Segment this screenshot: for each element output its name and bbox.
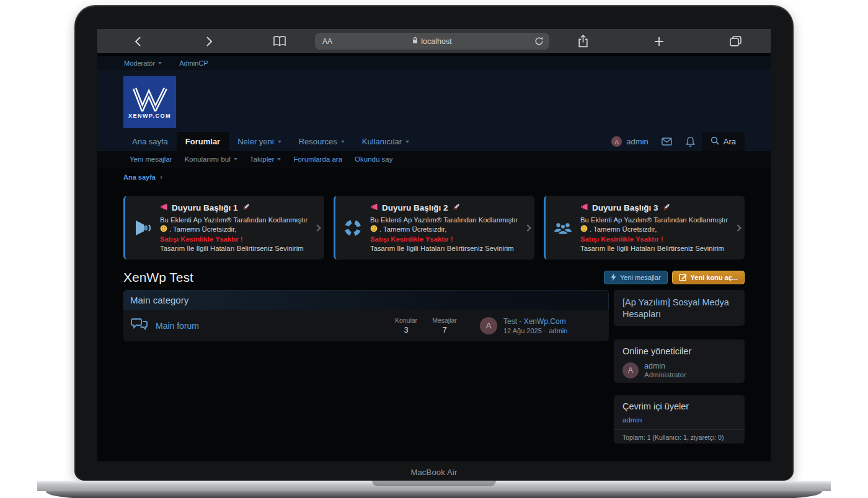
- page-title: XenWp Test: [123, 270, 193, 285]
- latest-post-info: A Test - XenWp.Com 12 Ağu 2025 · admin: [480, 317, 601, 334]
- new-topic-button[interactable]: Yeni konu aç...: [672, 271, 745, 284]
- moderator-menu[interactable]: Moderatör: [124, 59, 162, 67]
- smiley-emoji: [370, 225, 378, 235]
- subnav-new-posts[interactable]: Yeni mesajlar: [123, 155, 179, 163]
- laptop-lid-notch: [372, 481, 496, 486]
- forum-name-link[interactable]: Main forum: [156, 321, 199, 331]
- reload-icon[interactable]: [534, 37, 544, 48]
- bookmarks-icon[interactable]: [273, 35, 286, 47]
- subnav-find-threads[interactable]: Konularımı bul: [179, 155, 244, 163]
- url-text: localhost: [421, 37, 451, 46]
- staff-user-role: Administrator: [644, 371, 686, 378]
- browser-window: AA localhost: [97, 29, 771, 461]
- new-posts-button[interactable]: Yeni mesajlar: [604, 271, 668, 284]
- tab-resources[interactable]: Resources: [290, 132, 353, 151]
- online-user-link[interactable]: admin: [614, 411, 745, 429]
- chevron-right-icon: [311, 225, 324, 230]
- latest-post-date: 12 Ağu 2025: [503, 327, 542, 334]
- chevron-down-icon: [405, 141, 409, 143]
- nav-right-tools: A admin Ara: [605, 132, 745, 151]
- alerts-bell-icon[interactable]: [679, 132, 702, 151]
- admincp-link[interactable]: AdminCP: [179, 59, 208, 67]
- share-icon[interactable]: [578, 35, 588, 48]
- chevron-down-icon: [341, 141, 345, 143]
- users-icon: [546, 221, 580, 235]
- subnav-mark-read[interactable]: Okundu say: [348, 155, 399, 163]
- forum-list: Main category Main forum: [123, 290, 609, 341]
- announcement-card-3[interactable]: Duyuru Başlığı 3 Bu Eklenti Ap Yazılım® …: [544, 196, 745, 260]
- subnav-search-forums[interactable]: Forumlarda ara: [287, 155, 348, 163]
- laptop-frame: AA localhost: [74, 5, 794, 481]
- announcement-title: Duyuru Başlığı 1: [172, 203, 238, 212]
- staff-widget-title: Online yöneticiler: [622, 346, 736, 356]
- lock-icon: [412, 37, 418, 46]
- announcement-line2: . Tamemn Ücretsizdir,: [590, 225, 657, 234]
- announcement-line1: Bu Eklenti Ap Yazılım® Tarafından Kodlan…: [370, 216, 521, 225]
- tab-home-label: Ana sayfa: [132, 137, 168, 146]
- search-button[interactable]: Ara: [702, 132, 745, 151]
- sidebar-staff-online-widget: Online yöneticiler A admin Administrator: [614, 339, 745, 383]
- social-widget-title-link[interactable]: [Ap Yazılım] Sosyal Medya Hesapları: [622, 297, 736, 320]
- tab-members-label: Kullanıcılar: [362, 137, 402, 146]
- device-label: MacBook Air: [74, 468, 794, 477]
- address-bar[interactable]: AA localhost: [315, 33, 549, 50]
- topics-stat-label: Konular: [387, 317, 425, 324]
- announcement-warning: Satışı Kesinlikle Ysaktır !: [370, 235, 521, 244]
- username-label: admin: [626, 137, 648, 146]
- latest-post-user-link[interactable]: admin: [549, 327, 567, 334]
- announcement-line2: . Tamemn Ücretsizdir,: [169, 225, 236, 234]
- site-header: XENWP.COM: [97, 70, 771, 132]
- announcement-line3: Tasarım İle İlgili Hataları Belirtirseni…: [160, 244, 311, 253]
- account-menu[interactable]: A admin: [605, 132, 654, 151]
- announcement-title: Duyuru Başlığı 3: [592, 203, 658, 212]
- sidebar-members-online-widget: Çevrim içi üyeler admin Toplam: 1 (Kulla…: [614, 395, 745, 443]
- tab-resources-label: Resources: [299, 137, 337, 146]
- staff-user-link[interactable]: admin: [644, 362, 686, 370]
- subnav-mark-read-label: Okundu say: [355, 155, 392, 163]
- forum-node-row[interactable]: Main forum Konular 3 Mesajlar 7: [123, 310, 609, 341]
- new-tab-icon[interactable]: [654, 37, 664, 46]
- avatar[interactable]: A: [622, 362, 639, 378]
- new-posts-button-label: Yeni mesajlar: [620, 274, 661, 281]
- messages-stat-value: 7: [425, 325, 464, 334]
- lightning-bolt-icon: [611, 273, 616, 282]
- megaphone-emoji: [370, 203, 378, 212]
- tab-whats-new-label: Neler yeni: [237, 137, 274, 146]
- search-label: Ara: [724, 137, 736, 146]
- new-topic-button-label: Yeni konu aç...: [691, 274, 738, 281]
- messages-stat-label: Mesajlar: [425, 317, 464, 324]
- logo-text: XENWP.COM: [128, 113, 171, 119]
- macbook-mockup: AA localhost: [0, 0, 868, 498]
- chevron-right-icon: [521, 225, 534, 230]
- admincp-label: AdminCP: [179, 59, 208, 67]
- announcement-title: Duyuru Başlığı 2: [382, 203, 448, 212]
- announcement-card-1[interactable]: Duyuru Başlığı 1 Bu Eklenti Ap Yazılım® …: [123, 196, 324, 260]
- category-title-link[interactable]: Main category: [124, 295, 188, 305]
- forum-page: Moderatör AdminCP XENWP.COM: [97, 56, 771, 461]
- rocket-emoji: [452, 203, 461, 213]
- tab-whats-new[interactable]: Neler yeni: [229, 132, 290, 151]
- subnav-watched[interactable]: Takipler: [244, 155, 288, 163]
- online-widget-title: Çevrim içi üyeler: [622, 401, 736, 411]
- tab-home[interactable]: Ana sayfa: [123, 132, 177, 151]
- avatar[interactable]: A: [480, 317, 497, 334]
- sidebar-social-widget: [Ap Yazılım] Sosyal Medya Hesapları: [614, 290, 745, 326]
- tab-overview-icon[interactable]: [730, 36, 742, 46]
- subnav-search-forums-label: Forumlarda ara: [293, 155, 342, 163]
- back-icon[interactable]: [134, 36, 141, 47]
- laptop-base: [37, 481, 831, 491]
- announcement-line1: Bu Eklenti Ap Yazılım® Tarafından Kodlan…: [160, 216, 311, 225]
- sub-navigation: Yeni mesajlar Konularımı bul Takipler Fo…: [97, 151, 771, 167]
- site-logo[interactable]: XENWP.COM: [123, 76, 176, 128]
- forward-icon[interactable]: [206, 36, 213, 47]
- tab-members[interactable]: Kullanıcılar: [353, 132, 418, 151]
- announcement-card-2[interactable]: Duyuru Başlığı 2 Bu Eklenti Ap Yazılım® …: [334, 196, 534, 260]
- topics-stat-value: 3: [387, 325, 425, 334]
- breadcrumb: Ana sayfa ›: [123, 173, 745, 181]
- conversations-icon[interactable]: [655, 132, 679, 151]
- breadcrumb-home-link[interactable]: Ana sayfa: [123, 173, 156, 181]
- smiley-emoji: [580, 225, 588, 235]
- tab-forums[interactable]: Forumlar: [177, 132, 229, 151]
- search-icon: [711, 136, 719, 147]
- latest-thread-link[interactable]: Test - XenWp.Com: [503, 317, 567, 326]
